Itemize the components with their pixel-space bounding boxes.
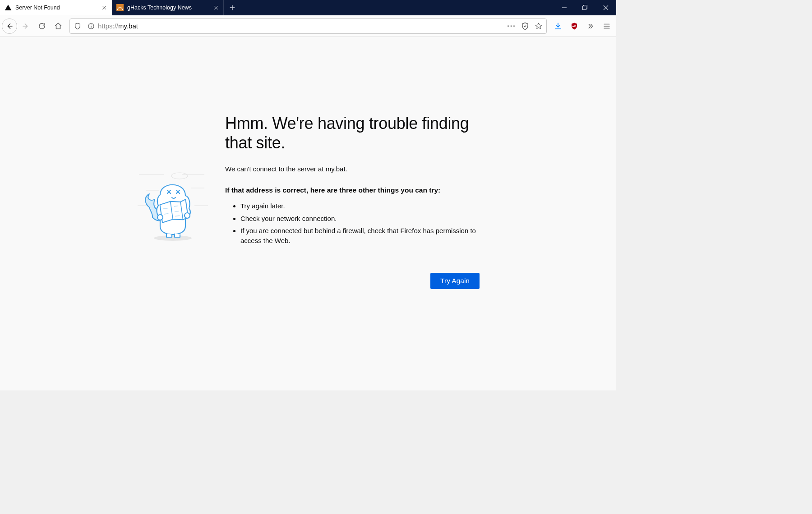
tab-title: gHacks Technology News [127,5,212,11]
tab-server-not-found[interactable]: Server Not Found [0,0,112,15]
error-container: Hmm. We're having trouble finding that s… [137,114,480,390]
page-actions-button[interactable]: ··· [505,19,518,33]
window-controls [554,0,616,15]
error-suggestion-list: Try again later. Check your network conn… [225,201,480,246]
overflow-button[interactable] [583,18,598,34]
site-info-icon[interactable] [84,19,98,33]
tab-title: Server Not Found [15,5,101,11]
window-close-button[interactable] [595,0,616,15]
home-button[interactable] [51,18,66,34]
error-lead: If that address is correct, here are thr… [225,185,480,195]
svg-rect-0 [116,4,124,11]
error-heading: Hmm. We're having trouble finding that s… [225,114,480,152]
error-suggestion-item: Try again later. [240,201,480,211]
url-host: my.bat [118,22,138,30]
tab-close-button[interactable] [101,4,108,11]
new-tab-button[interactable] [224,0,241,15]
tracking-protection-icon[interactable] [71,19,84,33]
url-protocol: https:// [98,22,118,30]
svg-text:uO: uO [572,25,577,28]
error-subtitle: We can't connect to the server at my.bat… [225,165,480,173]
page-content: Hmm. We're having trouble finding that s… [0,37,616,390]
tab-ghacks[interactable]: gHacks Technology News [112,0,224,15]
error-suggestion-item: Check your network connection. [240,214,480,224]
svg-point-10 [185,213,190,218]
window-minimize-button[interactable] [554,0,575,15]
navigation-toolbar: https://my.bat ··· uO [0,15,616,37]
back-button[interactable] [2,18,17,34]
error-suggestion-item: If you are connected but behind a firewa… [240,226,480,246]
svg-point-7 [154,235,192,241]
svg-rect-2 [583,6,586,10]
window-restore-button[interactable] [575,0,595,15]
url-text[interactable]: https://my.bat [98,22,505,30]
ublock-icon[interactable]: uO [567,18,582,34]
hamburger-menu-button[interactable] [599,18,614,34]
warning-icon [5,4,12,11]
forward-button[interactable] [18,18,33,34]
svg-point-9 [157,215,163,220]
error-text-column: Hmm. We're having trouble finding that s… [225,114,480,390]
svg-point-4 [91,24,92,25]
reader-mode-icon[interactable] [518,19,532,33]
tab-strip: Server Not Found gHacks Technology News [0,0,616,15]
bookmark-star-icon[interactable] [532,19,545,33]
url-bar[interactable]: https://my.bat ··· [69,18,547,34]
reload-button[interactable] [34,18,50,34]
site-favicon [116,4,124,11]
svg-point-8 [171,173,188,179]
downloads-button[interactable] [550,18,566,34]
error-illustration [137,114,209,390]
svg-rect-5 [91,26,91,28]
try-again-button[interactable]: Try Again [430,273,480,289]
tab-close-button[interactable] [212,4,220,11]
